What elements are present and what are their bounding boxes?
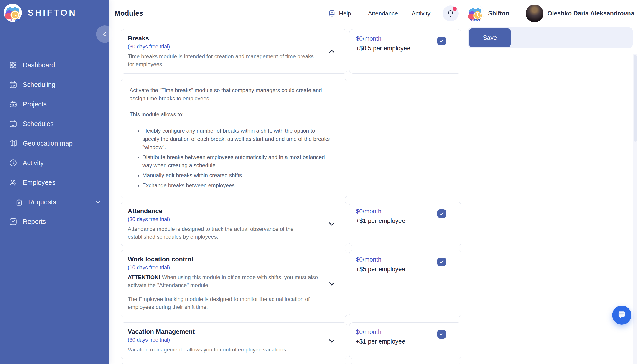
module-trial-link[interactable]: (30 days free trial): [128, 216, 170, 222]
module-enabled-checkbox[interactable]: [437, 258, 446, 266]
module-expand-button[interactable]: [326, 337, 337, 345]
user-avatar: [526, 4, 543, 22]
chevron-icon: [328, 280, 336, 288]
chat-bubble-icon: [616, 309, 628, 321]
topbar-link-activity[interactable]: Activity: [410, 10, 432, 17]
sidebar-item-requests[interactable]: Requests: [0, 192, 109, 212]
module-expand-button[interactable]: [326, 220, 337, 228]
modules-content: Breaks (30 days free trial) Time breaks …: [109, 27, 637, 364]
chevron-icon: [328, 220, 336, 228]
module-enabled-checkbox[interactable]: [437, 330, 446, 338]
module-trial-link[interactable]: (30 days free trial): [128, 44, 170, 50]
map-icon: [9, 139, 17, 148]
clock-icon: [9, 159, 17, 167]
module-card-breaks: Breaks (30 days free trial) Time breaks …: [121, 29, 347, 74]
user-name: Oleshko Daria Aleksandrovna: [547, 10, 634, 17]
help-label: Help: [339, 10, 351, 17]
sidebar: SHIFTON Dashboard Scheduling Projects Sc…: [0, 0, 109, 364]
vertical-scrollbar[interactable]: [633, 54, 637, 364]
module-expand-button[interactable]: [326, 280, 337, 288]
check-icon: [439, 259, 445, 265]
shifton-logo-icon: [467, 5, 484, 22]
module-details-panel: Activate the “Time breaks” module so tha…: [121, 79, 347, 198]
sidebar-nav: Dashboard Scheduling Projects Schedules …: [0, 55, 109, 231]
module-price-month: $0/month: [356, 256, 431, 263]
module-description-text: ATTENTION! When using this module in off…: [128, 274, 320, 290]
details-paragraph: Activate the “Time breaks” module so tha…: [130, 86, 333, 102]
sidebar-item-activity[interactable]: Activity: [0, 153, 109, 173]
module-title: Breaks: [128, 35, 320, 42]
module-enabled-checkbox[interactable]: [437, 209, 446, 218]
module-title: Attendance: [128, 208, 320, 215]
brand-name: SHIFTON: [28, 8, 77, 18]
sidebar-item-employees[interactable]: Employees: [0, 173, 109, 192]
user-menu[interactable]: Oleshko Daria Aleksandrovna: [526, 4, 634, 22]
module-description: ATTENTION! When using this module in off…: [128, 274, 320, 311]
topbar: Modules Help Attendance Activity Shifton…: [109, 0, 642, 27]
save-panel: Save: [468, 27, 633, 48]
module-description: Vacation management - allows you to cont…: [128, 346, 320, 354]
check-icon: [439, 211, 445, 216]
grid-icon: [9, 61, 17, 69]
details-bullet-list: Flexibly configure any number of breaks …: [130, 127, 333, 190]
module-row-attendance: Attendance (30 days free trial) Attendan…: [121, 202, 461, 246]
module-price-per-employee: +$0.5 per employee: [356, 45, 431, 52]
sidebar-item-schedules[interactable]: Schedules: [0, 114, 109, 134]
sidebar-item-reports[interactable]: Reports: [0, 212, 109, 231]
users-icon: [9, 178, 17, 186]
module-trial-link[interactable]: (10 days free trial): [128, 264, 170, 271]
report-chart-icon: [9, 218, 17, 226]
notifications-button[interactable]: [443, 6, 458, 22]
module-description-text: Attendance module is designed to track t…: [128, 225, 320, 241]
module-price-month: $0/month: [356, 208, 431, 215]
chat-widget-button[interactable]: [612, 306, 631, 325]
module-price-box: $0/month +$0.5 per employee: [349, 29, 461, 74]
details-bullet: Manually edit breaks within created shif…: [142, 171, 333, 180]
module-enabled-checkbox[interactable]: [437, 37, 446, 45]
module-row-vacation-management: Vacation Management (30 days free trial)…: [121, 322, 461, 359]
sidebar-item-geolocation-map[interactable]: Geolocation map: [0, 134, 109, 153]
module-price-per-employee: +$1 per employee: [356, 338, 431, 345]
sidebar-item-label: Geolocation map: [23, 140, 73, 147]
module-price-per-employee: +$5 per employee: [356, 266, 431, 273]
sidebar-item-label: Projects: [23, 100, 47, 108]
manual-book-icon: [328, 10, 336, 17]
module-price-box: $0/month +$5 per employee: [349, 250, 461, 317]
module-price-month: $0/month: [356, 328, 431, 336]
module-price-per-employee: +$1 per employee: [356, 218, 431, 224]
module-description-text: The Employee tracking module is designed…: [128, 295, 320, 311]
topbar-right: Help Attendance Activity Shifton Oleshko…: [327, 4, 634, 22]
sidebar-item-dashboard[interactable]: Dashboard: [0, 55, 109, 75]
chevron-icon: [328, 337, 336, 345]
check-icon: [439, 331, 445, 337]
company-avatar: [467, 5, 484, 22]
help-button[interactable]: Help: [327, 10, 352, 17]
sidebar-item-projects[interactable]: Projects: [0, 94, 109, 114]
module-card-attendance: Attendance (30 days free trial) Attendan…: [121, 202, 347, 246]
topbar-link-attendance[interactable]: Attendance: [367, 10, 399, 17]
module-description-text: Vacation management - allows you to cont…: [128, 346, 320, 354]
sidebar-item-label: Requests: [28, 198, 56, 206]
brand-logo[interactable]: SHIFTON: [0, 0, 109, 22]
module-expand-button[interactable]: [326, 47, 337, 56]
sidebar-item-label: Dashboard: [23, 62, 55, 69]
shifton-logo-icon: [4, 4, 22, 22]
header-divider: [519, 8, 519, 19]
module-trial-link[interactable]: (30 days free trial): [128, 337, 170, 343]
company-menu[interactable]: Shifton: [467, 5, 509, 22]
company-name: Shifton: [488, 10, 509, 17]
scrollbar-thumb[interactable]: [634, 55, 637, 142]
details-bullet: Exchange breaks between employees: [142, 181, 333, 190]
sidebar-item-scheduling[interactable]: Scheduling: [0, 75, 109, 94]
module-description: Time breaks module is intended for creat…: [128, 52, 320, 68]
sidebar-collapse-button[interactable]: [96, 26, 113, 43]
module-row-work-location-control: Work location control (10 days free tria…: [121, 250, 461, 317]
sidebar-item-label: Employees: [23, 179, 55, 186]
module-title: Work location control: [128, 256, 320, 263]
module-price-box: $0/month +$1 per employee: [349, 202, 461, 246]
save-button[interactable]: Save: [469, 28, 511, 47]
calendar-lines-icon: [9, 120, 17, 128]
module-price-month: $0/month: [356, 35, 431, 42]
chevron-down-icon[interactable]: [95, 199, 101, 205]
page-title: Modules: [115, 9, 143, 18]
